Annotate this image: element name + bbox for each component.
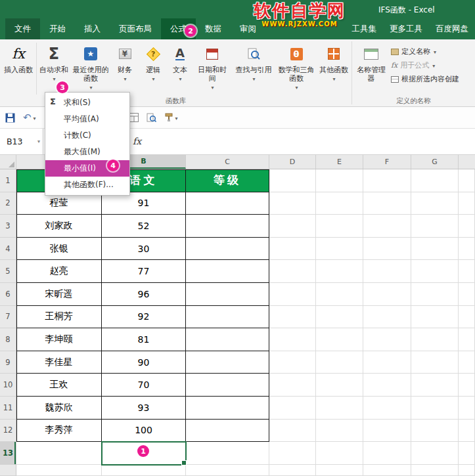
menu-item-sum[interactable]: Σ 求和(S) xyxy=(45,95,129,111)
cell-c13[interactable] xyxy=(186,442,269,465)
sheet-row-4: 4 张银 30 xyxy=(0,238,475,261)
math-trig-button[interactable]: θ 数学和三角函数 xyxy=(276,41,317,97)
cell-a13[interactable] xyxy=(16,442,102,465)
more-functions-button[interactable]: 其他函数 xyxy=(317,41,351,97)
column-header-partial[interactable] xyxy=(459,155,475,169)
cell-c10[interactable] xyxy=(186,374,269,397)
lookup-reference-button[interactable]: 查找与引用 xyxy=(231,41,276,97)
fx-icon: fx xyxy=(12,43,25,64)
cell-a5[interactable]: 赵亮 xyxy=(16,260,102,283)
cell-a6[interactable]: 宋昕遥 xyxy=(16,283,102,306)
cell-a7[interactable]: 王桐芳 xyxy=(16,306,102,329)
cell-a10[interactable]: 王欢 xyxy=(16,374,102,397)
cell-a3[interactable]: 刘家政 xyxy=(16,215,102,238)
cell-a11[interactable]: 魏苏欣 xyxy=(16,397,102,420)
cell-b4[interactable]: 30 xyxy=(102,238,186,261)
recently-used-functions-button[interactable]: ★ 最近使用的函数 xyxy=(71,41,110,97)
column-header-e[interactable]: E xyxy=(316,155,363,169)
column-header-d[interactable]: D xyxy=(269,155,316,169)
cell-c6[interactable] xyxy=(186,283,269,306)
grid-view-icon[interactable] xyxy=(129,113,139,122)
row-number[interactable]: 9 xyxy=(0,351,16,374)
name-box[interactable]: B13 ▾ xyxy=(0,129,43,154)
column-header-g[interactable]: G xyxy=(411,155,459,169)
financial-icon: ¥ xyxy=(119,43,131,64)
row-number[interactable]: 11 xyxy=(0,397,16,420)
cell-c2[interactable] xyxy=(186,192,269,215)
row-number[interactable]: 10 xyxy=(0,374,16,397)
cell-b7[interactable]: 92 xyxy=(102,306,186,329)
cell-c12[interactable] xyxy=(186,420,269,443)
row-number[interactable]: 3 xyxy=(0,215,16,238)
tab-data[interactable]: 数据 xyxy=(196,18,231,39)
sheet-row-8: 8 李坤颐 81 xyxy=(0,328,475,351)
row-number-selected[interactable]: 13 xyxy=(0,442,16,465)
define-name-button[interactable]: 定义名称 xyxy=(390,45,467,58)
cell-c11[interactable] xyxy=(186,397,269,420)
cell-b10[interactable]: 70 xyxy=(102,374,186,397)
logical-button[interactable]: ? 逻辑 xyxy=(139,41,167,97)
tab-page-layout[interactable]: 页面布局 xyxy=(110,18,161,39)
cell-b3[interactable]: 52 xyxy=(102,215,186,238)
select-all-corner[interactable] xyxy=(0,155,16,169)
cell-b6[interactable]: 96 xyxy=(102,283,186,306)
cell-c7[interactable] xyxy=(186,306,269,329)
name-manager-button[interactable]: 名称管理器 xyxy=(353,41,390,97)
chevron-down-icon: ▾ xyxy=(37,139,40,144)
tab-toolkit[interactable]: 工具集 xyxy=(346,18,384,39)
column-header-c[interactable]: C xyxy=(186,155,269,169)
tab-spacer xyxy=(265,18,346,39)
insert-function-fx-button[interactable]: fx xyxy=(133,136,141,146)
row-number[interactable]: 1 xyxy=(0,169,16,192)
cell-c1[interactable]: 等级 xyxy=(186,169,269,192)
row-number[interactable]: 6 xyxy=(0,283,16,306)
cell-a4[interactable]: 张银 xyxy=(16,238,102,261)
use-in-formula-button[interactable]: fx 用于公式 xyxy=(390,58,467,72)
cell-b9[interactable]: 90 xyxy=(102,351,186,374)
cell-b12[interactable]: 100 xyxy=(102,420,186,443)
menu-item-more-functions[interactable]: 其他函数(F)... xyxy=(45,177,129,193)
sheet-row-6: 6 宋昕遥 96 xyxy=(0,283,475,306)
sheet-row-3: 3 刘家政 52 xyxy=(0,215,475,238)
tab-more-tools[interactable]: 更多工具 xyxy=(383,18,429,39)
row-number[interactable]: 8 xyxy=(0,328,16,351)
insert-function-button[interactable]: fx 插入函数 xyxy=(1,41,36,97)
cell-c4[interactable] xyxy=(186,238,269,261)
menu-item-average[interactable]: 平均值(A) xyxy=(45,111,129,127)
tab-file[interactable]: 文件 xyxy=(5,18,40,39)
save-icon[interactable] xyxy=(5,113,15,123)
undo-button[interactable]: ↶ xyxy=(23,113,36,123)
cell-b8[interactable]: 81 xyxy=(102,328,186,351)
menu-item-max[interactable]: 最大值(M) xyxy=(45,144,129,160)
row-number[interactable]: 2 xyxy=(0,192,16,215)
column-header-f[interactable]: F xyxy=(363,155,411,169)
cell-c8[interactable] xyxy=(186,328,269,351)
text-functions-button[interactable]: A 文本 xyxy=(167,41,193,97)
cell-b5[interactable]: 77 xyxy=(102,260,186,283)
cell-c9[interactable] xyxy=(186,351,269,374)
row-number[interactable]: 4 xyxy=(0,238,16,261)
financial-button[interactable]: ¥ 财务 xyxy=(110,41,139,97)
menu-item-count[interactable]: 计数(C) xyxy=(45,127,129,144)
cell-c5[interactable] xyxy=(186,260,269,283)
cell-b11[interactable]: 93 xyxy=(102,397,186,420)
row-number[interactable]: 5 xyxy=(0,260,16,283)
cell-a9[interactable]: 李佳星 xyxy=(16,351,102,374)
cell-c3[interactable] xyxy=(186,215,269,238)
tab-insert[interactable]: 插入 xyxy=(75,18,110,39)
theta-icon: θ xyxy=(290,43,303,64)
tab-baidu-netdisk[interactable]: 百度网盘 xyxy=(429,18,475,39)
logical-icon: ? xyxy=(148,43,158,64)
row-number[interactable]: 7 xyxy=(0,306,16,329)
create-from-selection-button[interactable]: 根据所选内容创建 xyxy=(390,72,467,86)
tab-review[interactable]: 审阅 xyxy=(231,18,265,39)
cell-a8[interactable]: 李坤颐 xyxy=(16,328,102,351)
date-time-button[interactable]: 日期和时间 xyxy=(193,41,231,97)
find-icon[interactable] xyxy=(147,113,156,123)
row-number[interactable]: 12 xyxy=(0,420,16,443)
document-title: IFS函数 - Excel xyxy=(378,5,435,16)
tab-home[interactable]: 开始 xyxy=(40,18,75,39)
row-number[interactable] xyxy=(0,465,16,476)
format-painter-icon[interactable] xyxy=(164,113,178,122)
cell-a12[interactable]: 李秀萍 xyxy=(16,420,102,443)
